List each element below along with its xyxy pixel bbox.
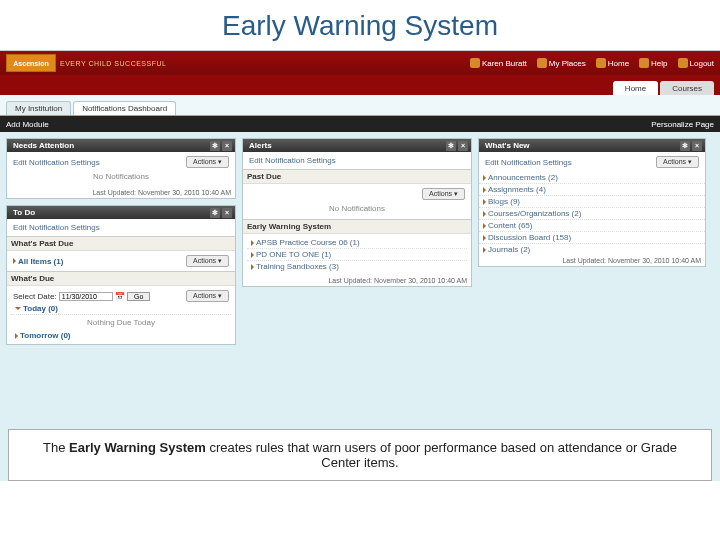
- expand-icon: [251, 264, 254, 270]
- list-item[interactable]: Content (65): [479, 220, 705, 232]
- empty-text: Nothing Due Today: [11, 315, 231, 330]
- home-link[interactable]: Home: [596, 58, 629, 68]
- expand-icon: [483, 211, 486, 217]
- expand-icon: [483, 199, 486, 205]
- calendar-icon[interactable]: 📅: [115, 292, 125, 301]
- actions-button[interactable]: Actions ▾: [656, 156, 699, 168]
- expand-icon: [483, 235, 486, 241]
- list-item[interactable]: Assignments (4): [479, 184, 705, 196]
- expand-icon: [483, 223, 486, 229]
- list-item[interactable]: Blogs (9): [479, 196, 705, 208]
- user-icon: [470, 58, 480, 68]
- tagline: EVERY CHILD SUCCESSFUL: [60, 60, 166, 67]
- actions-button[interactable]: Actions ▾: [186, 156, 229, 168]
- gear-icon[interactable]: ✻: [210, 208, 220, 218]
- expand-icon: [251, 252, 254, 258]
- gear-icon[interactable]: ✻: [210, 141, 220, 151]
- logo-icon: Ascension: [6, 54, 56, 72]
- dashboard-toolbar: Add Module Personalize Page: [0, 116, 720, 132]
- empty-text: No Notifications: [11, 169, 231, 184]
- close-icon[interactable]: ×: [692, 141, 702, 151]
- expand-icon: [251, 240, 254, 246]
- close-icon[interactable]: ×: [222, 208, 232, 218]
- pastdue-heading: Past Due: [243, 169, 471, 184]
- module-header: To Do✻×: [7, 206, 235, 219]
- subtab-notifications-dashboard[interactable]: Notifications Dashboard: [73, 101, 176, 115]
- dashboard: Needs Attention✻× Edit Notification Sett…: [0, 132, 720, 351]
- actions-button[interactable]: Actions ▾: [186, 290, 229, 302]
- logo: Ascension EVERY CHILD SUCCESSFUL: [6, 52, 166, 74]
- module-header: What's New✻×: [479, 139, 705, 152]
- last-updated: Last Updated: November 30, 2010 10:40 AM: [479, 255, 705, 266]
- edit-settings-link[interactable]: Edit Notification Settings: [13, 158, 100, 167]
- ews-heading: Early Warning System: [243, 219, 471, 234]
- places-icon: [537, 58, 547, 68]
- logout-icon: [678, 58, 688, 68]
- personalize-page-button[interactable]: Personalize Page: [651, 120, 714, 129]
- close-icon[interactable]: ×: [458, 141, 468, 151]
- myplaces-link[interactable]: My Places: [537, 58, 586, 68]
- list-item[interactable]: Journals (2): [479, 244, 705, 255]
- module-alerts: Alerts✻× Edit Notification Settings Past…: [242, 138, 472, 287]
- application-window: Ascension EVERY CHILD SUCCESSFUL Karen B…: [0, 50, 720, 481]
- edit-settings-link[interactable]: Edit Notification Settings: [249, 156, 336, 165]
- list-item[interactable]: Training Sandboxes (3): [247, 261, 467, 272]
- module-header: Needs Attention✻×: [7, 139, 235, 152]
- tab-home[interactable]: Home: [613, 81, 658, 95]
- today-item[interactable]: Today (0): [15, 304, 58, 313]
- expand-icon: [13, 258, 16, 264]
- caption-bold: Early Warning System: [69, 440, 206, 455]
- expand-icon: [483, 175, 486, 181]
- home-icon: [596, 58, 606, 68]
- actions-button[interactable]: Actions ▾: [186, 255, 229, 267]
- pastdue-heading: What's Past Due: [7, 236, 235, 251]
- module-whats-new: What's New✻× Edit Notification SettingsA…: [478, 138, 706, 267]
- list-item[interactable]: Announcements (2): [479, 172, 705, 184]
- help-link[interactable]: Help: [639, 58, 667, 68]
- tab-courses[interactable]: Courses: [660, 81, 714, 95]
- collapse-icon: [15, 307, 21, 310]
- caption-box: The Early Warning System creates rules t…: [8, 429, 712, 481]
- last-updated: Last Updated: November 30, 2010 10:40 AM: [243, 275, 471, 286]
- main-tabs: Home Courses: [0, 75, 720, 95]
- user-link[interactable]: Karen Buratt: [470, 58, 527, 68]
- list-item[interactable]: Courses/Organizations (2): [479, 208, 705, 220]
- subtab-my-institution[interactable]: My Institution: [6, 101, 71, 115]
- last-updated: Last Updated: November 30, 2010 10:40 AM: [7, 187, 235, 198]
- list-item[interactable]: PD ONE TO ONE (1): [247, 249, 467, 261]
- expand-icon: [483, 247, 486, 253]
- help-icon: [639, 58, 649, 68]
- gear-icon[interactable]: ✻: [680, 141, 690, 151]
- close-icon[interactable]: ×: [222, 141, 232, 151]
- all-items-link[interactable]: All Items (1): [13, 257, 63, 266]
- slide-title: Early Warning System: [0, 0, 720, 50]
- module-to-do: To Do✻× Edit Notification Settings What'…: [6, 205, 236, 345]
- due-heading: What's Due: [7, 271, 235, 286]
- date-input[interactable]: [59, 292, 113, 301]
- list-item[interactable]: APSB Practice Course 06 (1): [247, 237, 467, 249]
- sub-tabs: My Institution Notifications Dashboard: [0, 95, 720, 116]
- list-item[interactable]: Discussion Board (158): [479, 232, 705, 244]
- edit-settings-link[interactable]: Edit Notification Settings: [485, 158, 572, 167]
- edit-settings-link[interactable]: Edit Notification Settings: [13, 223, 100, 232]
- module-needs-attention: Needs Attention✻× Edit Notification Sett…: [6, 138, 236, 199]
- topbar: Ascension EVERY CHILD SUCCESSFUL Karen B…: [0, 51, 720, 75]
- logout-link[interactable]: Logout: [678, 58, 714, 68]
- expand-icon: [15, 333, 18, 339]
- actions-button[interactable]: Actions ▾: [422, 188, 465, 200]
- add-module-button[interactable]: Add Module: [6, 120, 49, 129]
- go-button[interactable]: Go: [127, 292, 150, 301]
- tomorrow-item[interactable]: Tomorrow (0): [15, 331, 71, 340]
- empty-text: No Notifications: [247, 201, 467, 216]
- gear-icon[interactable]: ✻: [446, 141, 456, 151]
- expand-icon: [483, 187, 486, 193]
- module-header: Alerts✻×: [243, 139, 471, 152]
